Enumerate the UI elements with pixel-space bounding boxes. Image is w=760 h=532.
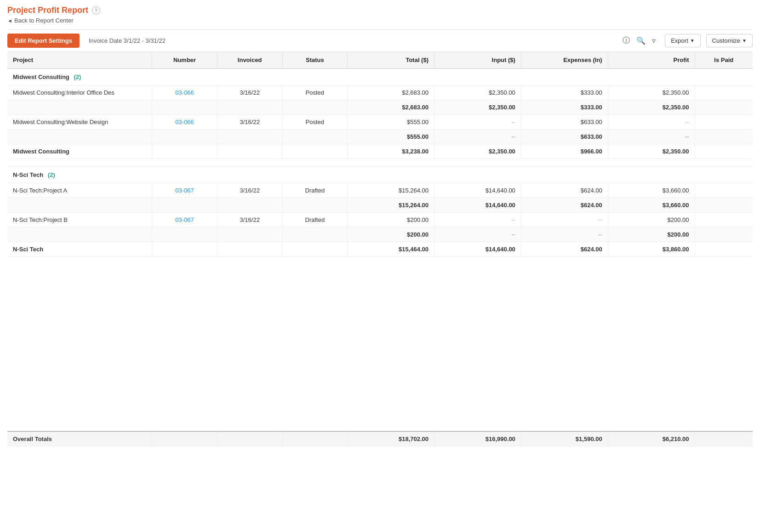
col-header-input: Input ($) [434, 52, 521, 68]
col-header-number: Number [152, 52, 217, 68]
subtotal-label-cell [7, 130, 152, 144]
total-cell: $200.00 [348, 213, 434, 227]
subtotal-status-cell [282, 100, 348, 115]
expenses-value: $624.00 [581, 187, 602, 194]
group-total-status [282, 242, 348, 257]
subtotal-invoiced-cell [217, 198, 282, 213]
subtotal-expenses: $333.00 [581, 104, 602, 111]
overall-total-profit: $6,210.00 [608, 431, 695, 447]
subtotal-input-cell: $2,350.00 [434, 100, 521, 115]
group-count: (2) [48, 171, 55, 178]
status-cell: Posted [282, 85, 348, 100]
total-cell: $555.00 [348, 115, 434, 130]
group-total-total: $3,238.00 [348, 144, 434, 159]
subtotal-expenses-cell: $633.00 [521, 130, 608, 144]
dash: -- [511, 119, 515, 125]
status-cell: Drafted [282, 213, 348, 227]
subtotal-status-cell [282, 130, 348, 144]
number-cell[interactable]: 03-066 [152, 115, 217, 130]
subtotal-ispaid-cell [695, 130, 753, 144]
subtotal-input: $2,350.00 [489, 104, 515, 111]
subtotal-row: $15,264.00 $14,640.00 $624.00 $3,660.00 [7, 198, 753, 213]
profit-value: $200.00 [668, 216, 689, 223]
report-title-row: Project Profit Report ? [7, 6, 753, 15]
group-total-profit: $2,350.00 [608, 144, 695, 159]
input-cell: $14,640.00 [434, 183, 521, 198]
group-count: (2) [74, 74, 81, 80]
overall-total-status [282, 431, 348, 447]
dash: -- [511, 231, 515, 238]
export-label: Export [671, 37, 688, 44]
subtotal-profit-cell: $200.00 [608, 227, 695, 242]
invoice-link[interactable]: 03-067 [175, 187, 194, 194]
filter-icon[interactable]: ▿ [652, 36, 656, 45]
expenses-value: $333.00 [581, 89, 602, 96]
total-cell: $15,264.00 [348, 183, 434, 198]
table-header-row: Project Number Invoiced Status Total ($)… [7, 52, 753, 68]
group-total-row: Midwest Consulting $3,238.00 $2,350.00 $… [7, 144, 753, 159]
subtotal-status-cell [282, 227, 348, 242]
input-cell: -- [434, 213, 521, 227]
subtotal-row: $200.00 -- -- $200.00 [7, 227, 753, 242]
subtotal-invoiced-cell [217, 130, 282, 144]
subtotal-expenses-cell: -- [521, 227, 608, 242]
subtotal-profit-cell: -- [608, 130, 695, 144]
group-total-status [282, 144, 348, 159]
dash: -- [598, 216, 602, 223]
col-header-profit: Profit [608, 52, 695, 68]
invoice-link[interactable]: 03-066 [175, 89, 194, 96]
export-dropdown-arrow: ▼ [690, 38, 695, 43]
group-total-ispaid [695, 144, 753, 159]
invoiced-cell: 3/16/22 [217, 213, 282, 227]
overall-total-number [152, 431, 217, 447]
overall-total-ispaid [695, 431, 753, 447]
toolbar-icons: ⓘ 🔍 ▿ [623, 36, 656, 45]
ispaid-cell [695, 115, 753, 130]
overall-total-invoiced [217, 431, 282, 447]
help-icon[interactable]: ? [92, 6, 100, 15]
input-value: $14,640.00 [486, 187, 515, 194]
group-total-label: Midwest Consulting [7, 144, 152, 159]
subtotal-expenses-cell: $333.00 [521, 100, 608, 115]
page-container: Project Profit Report ? ◄ Back to Report… [0, 0, 760, 452]
subtotal-total-cell: $2,683.00 [348, 100, 434, 115]
edit-report-settings-button[interactable]: Edit Report Settings [7, 34, 80, 48]
group-header-cell: N-Sci Tech (2) [7, 167, 753, 183]
invoice-link[interactable]: 03-066 [175, 119, 194, 125]
back-to-report-center[interactable]: ◄ Back to Report Center [7, 17, 753, 24]
report-table: Project Number Invoiced Status Total ($)… [7, 52, 753, 447]
col-header-status: Status [282, 52, 348, 68]
subtotal-invoiced-cell [217, 227, 282, 242]
subtotal-label-cell [7, 227, 152, 242]
group-total-number [152, 144, 217, 159]
profit-value: $2,350.00 [663, 89, 689, 96]
export-button[interactable]: Export ▼ [665, 34, 700, 47]
ispaid-cell [695, 183, 753, 198]
invoiced-cell: 3/16/22 [217, 115, 282, 130]
status-cell: Drafted [282, 183, 348, 198]
invoice-link[interactable]: 03-067 [175, 216, 194, 223]
subtotal-input: $14,640.00 [486, 202, 515, 209]
number-cell[interactable]: 03-067 [152, 183, 217, 198]
group-name: Midwest Consulting [13, 74, 69, 80]
subtotal-label-cell [7, 198, 152, 213]
group-total-input: $2,350.00 [434, 144, 521, 159]
subtotal-status-cell [282, 198, 348, 213]
subtotal-expenses: $633.00 [581, 133, 602, 140]
help-circle-icon[interactable]: ⓘ [623, 36, 630, 45]
search-icon[interactable]: 🔍 [636, 36, 646, 45]
subtotal-label-cell [7, 100, 152, 115]
number-cell[interactable]: 03-066 [152, 85, 217, 100]
group-header-row: N-Sci Tech (2) [7, 167, 753, 183]
dash: -- [598, 231, 602, 238]
group-total-row: N-Sci Tech $15,464.00 $14,640.00 $624.00… [7, 242, 753, 257]
number-cell[interactable]: 03-067 [152, 213, 217, 227]
customize-button[interactable]: Customize ▼ [706, 34, 753, 47]
ispaid-cell [695, 85, 753, 100]
profit-cell: -- [608, 115, 695, 130]
group-total-profit: $3,860.00 [608, 242, 695, 257]
dash: -- [685, 119, 689, 125]
customize-label: Customize [712, 37, 740, 44]
ispaid-cell [695, 213, 753, 227]
subtotal-expenses: $624.00 [581, 202, 602, 209]
